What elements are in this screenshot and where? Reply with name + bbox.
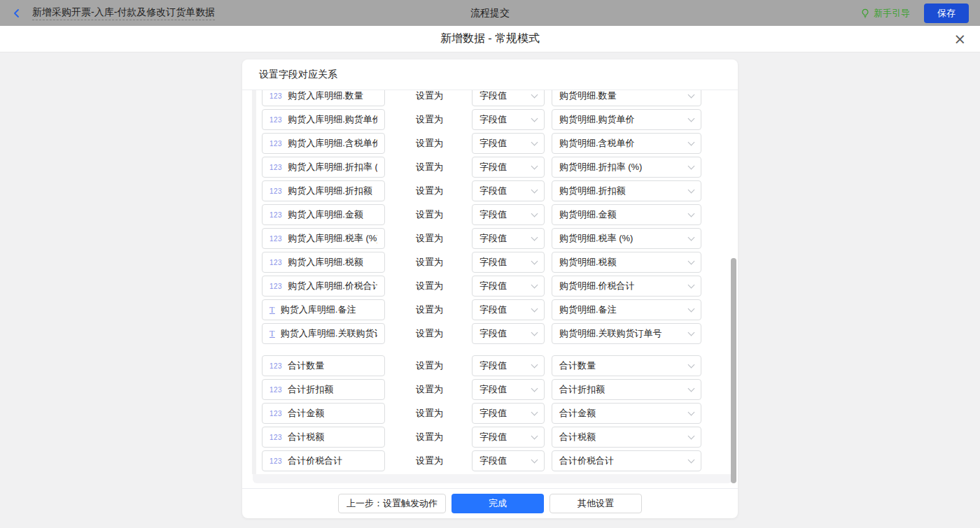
value-type-select[interactable]: 字段值 (472, 109, 545, 130)
chevron-down-icon (531, 432, 538, 439)
target-field-select[interactable]: 购货明细.税额 (552, 252, 701, 273)
back-button[interactable] (11, 8, 22, 19)
source-field-box[interactable]: 123 合计价税合计 (262, 450, 385, 471)
value-type-select[interactable]: 字段值 (472, 157, 545, 178)
target-field-select[interactable]: 购货明细.折扣额 (552, 180, 701, 201)
target-field-select[interactable]: 合计数量 (552, 355, 701, 376)
chevron-down-icon (688, 361, 695, 368)
mapping-row: 123 合计折扣额 设置为 字段值 合计折扣额 (262, 379, 738, 400)
set-as-label: 设置为 (416, 383, 445, 396)
chevron-down-icon (688, 210, 695, 217)
chevron-down-icon (531, 210, 538, 217)
mapping-row: 123 购货入库明细.税额 设置为 字段值 购货明细.税额 (262, 252, 738, 273)
number-type-icon: 123 (270, 410, 282, 418)
mapping-row: 123 购货入库明细.金额 设置为 字段值 购货明细.金额 (262, 204, 738, 225)
source-field-box[interactable]: 123 购货入库明细.金额 (262, 204, 385, 225)
source-field-box[interactable]: 123 购货入库明细.价税合计 (262, 276, 385, 297)
chevron-down-icon (531, 385, 538, 392)
set-as-label: 设置为 (416, 327, 445, 340)
set-as-label: 设置为 (416, 280, 445, 292)
source-field-box[interactable]: T 购货入库明细.备注 (262, 299, 385, 320)
chevron-down-icon (688, 234, 695, 241)
target-field-select[interactable]: 购货明细.折扣率 (%) (552, 157, 701, 178)
beginner-guide-link[interactable]: 新手引导 (860, 7, 910, 20)
value-type-select[interactable]: 字段值 (472, 90, 545, 106)
mapping-row: 123 购货入库明细.税率 (%) 设置为 字段值 购货明细.税率 (%) (262, 228, 738, 249)
set-as-label: 设置为 (416, 304, 445, 316)
number-type-icon: 123 (270, 283, 282, 290)
value-type-select[interactable]: 字段值 (472, 379, 545, 400)
mapping-row: T 购货入库明细.关联购货订... 设置为 字段值 购货明细.关联购货订单号 (262, 323, 738, 344)
value-type-select[interactable]: 字段值 (472, 133, 545, 154)
target-field-select[interactable]: 购货明细.关联购货订单号 (552, 323, 701, 344)
mapping-row: 123 购货入库明细.购货单价 设置为 字段值 购货明细.购货单价 (262, 109, 738, 130)
source-field-box[interactable]: 123 购货入库明细.购货单价 (262, 109, 385, 130)
flow-title[interactable]: 新增采购开票-入库-付款及修改订货单数据 (32, 6, 215, 20)
target-field-select[interactable]: 合计折扣额 (552, 379, 701, 400)
source-field-box[interactable]: 123 合计税额 (262, 427, 385, 448)
target-field-select[interactable]: 购货明细.备注 (552, 299, 701, 320)
value-type-select[interactable]: 字段值 (472, 228, 545, 249)
source-field-box[interactable]: 123 购货入库明细.数量 (262, 90, 385, 106)
target-field-select[interactable]: 购货明细.含税单价 (552, 133, 701, 154)
chevron-down-icon (531, 234, 538, 241)
source-field-box[interactable]: T 购货入库明细.关联购货订... (262, 323, 385, 344)
target-field-select[interactable]: 合计金额 (552, 403, 701, 424)
source-field-box[interactable]: 123 购货入库明细.含税单价 (262, 133, 385, 154)
target-field-select[interactable]: 购货明细.价税合计 (552, 276, 701, 297)
set-as-label: 设置为 (416, 90, 445, 102)
source-field-box[interactable]: 123 合计金额 (262, 403, 385, 424)
chevron-down-icon (531, 456, 538, 463)
topbar: 新增采购开票-入库-付款及修改订货单数据 流程提交 新手引导 保存 (0, 0, 980, 26)
number-type-icon: 123 (270, 116, 282, 124)
target-field-select[interactable]: 合计价税合计 (552, 450, 701, 471)
set-as-label: 设置为 (416, 256, 445, 269)
target-field-select[interactable]: 合计税额 (552, 427, 701, 448)
source-field-box[interactable]: 123 购货入库明细.折扣率 (%) (262, 157, 385, 178)
set-as-label: 设置为 (416, 185, 445, 197)
chevron-down-icon (688, 456, 695, 463)
mapping-row: T 购货入库明细.备注 设置为 字段值 购货明细.备注 (262, 299, 738, 320)
chevron-down-icon (531, 305, 538, 312)
source-field-box[interactable]: 123 购货入库明细.税额 (262, 252, 385, 273)
save-button[interactable]: 保存 (924, 3, 969, 23)
value-type-select[interactable]: 字段值 (472, 450, 545, 471)
mapping-rows-scroll-area: 123 购货入库明细.数量 设置为 字段值 购货明细.数量 123 购货入库明细… (242, 90, 738, 483)
target-field-select[interactable]: 购货明细.购货单价 (552, 109, 701, 130)
source-field-box[interactable]: 123 合计折扣额 (262, 379, 385, 400)
chevron-down-icon (688, 305, 695, 312)
close-icon[interactable]: × (953, 31, 966, 46)
value-type-select[interactable]: 字段值 (472, 323, 545, 344)
mapping-row: 123 合计价税合计 设置为 字段值 合计价税合计 (262, 450, 738, 471)
other-settings-button[interactable]: 其他设置 (550, 494, 642, 513)
target-field-select[interactable]: 购货明细.税率 (%) (552, 228, 701, 249)
set-as-label: 设置为 (416, 232, 445, 245)
source-field-box[interactable]: 123 购货入库明细.税率 (%) (262, 228, 385, 249)
mapping-row: 123 购货入库明细.折扣额 设置为 字段值 购货明细.折扣额 (262, 180, 738, 201)
chevron-down-icon (688, 281, 695, 288)
topbar-actions: 新手引导 保存 (860, 3, 969, 23)
value-type-select[interactable]: 字段值 (472, 355, 545, 376)
value-type-select[interactable]: 字段值 (472, 252, 545, 273)
done-button[interactable]: 完成 (451, 494, 544, 513)
value-type-select[interactable]: 字段值 (472, 403, 545, 424)
target-field-select[interactable]: 购货明细.数量 (552, 90, 701, 106)
chevron-down-icon (531, 91, 538, 98)
value-type-select[interactable]: 字段值 (472, 204, 545, 225)
value-type-select[interactable]: 字段值 (472, 427, 545, 448)
chevron-down-icon (688, 186, 695, 193)
value-type-select[interactable]: 字段值 (472, 276, 545, 297)
panel-footer: 上一步：设置触发动作 完成 其他设置 (242, 488, 738, 518)
value-type-select[interactable]: 字段值 (472, 180, 545, 201)
previous-step-button[interactable]: 上一步：设置触发动作 (338, 494, 446, 513)
vertical-scrollbar-thumb[interactable] (731, 258, 736, 483)
number-type-icon: 123 (270, 164, 282, 171)
target-field-select[interactable]: 购货明细.金额 (552, 204, 701, 225)
value-type-select[interactable]: 字段值 (472, 299, 545, 320)
chevron-down-icon (688, 329, 695, 336)
number-type-icon: 123 (270, 457, 282, 465)
source-field-box[interactable]: 123 合计数量 (262, 355, 385, 376)
source-field-box[interactable]: 123 购货入库明细.折扣额 (262, 180, 385, 201)
field-mapping-panel: 设置字段对应关系 123 购货入库明细.数量 设置为 字段值 购货明细.数量 1… (242, 59, 738, 518)
set-as-label: 设置为 (416, 137, 445, 150)
